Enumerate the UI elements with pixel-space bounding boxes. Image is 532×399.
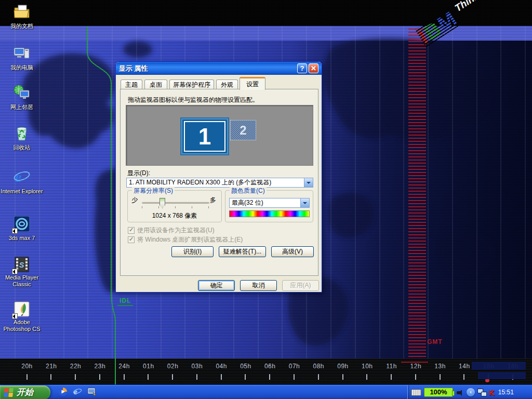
color-quality-select[interactable]: 最高(32 位) [229,198,310,208]
internet-explorer-quicklaunch-icon[interactable]: e [73,387,82,396]
keyboard-layout-icon[interactable] [411,389,421,396]
monitor-2[interactable]: 2 [230,120,256,140]
desktop: GMT IDL 20h21h22h23h24h01h02h03h04h05h06… [0,0,532,399]
advanced-button[interactable]: 高级(V) [271,246,314,257]
desktop-icon-label: Internet Explorer [1,188,43,195]
network-places-icon [13,84,31,102]
display-device-value: 1. ATI MOBILITY RADEON X300 上的 (多个监视器) [127,178,304,187]
troubleshoot-button[interactable]: 疑难解答(T)... [219,246,266,257]
resolution-slider-track[interactable] [142,202,209,204]
primary-monitor-checkbox-row: 使用该设备作为主监视器(U) [128,226,215,235]
night-shade-overlay [291,41,532,358]
tray-clock: 15:51 [498,389,514,396]
hour-tick [342,374,343,380]
identify-button[interactable]: 识别(I) [171,246,214,257]
hide-icons-chevron[interactable]: ‹ [467,388,475,396]
network-status-icon[interactable] [477,389,486,396]
photoshop-icon [13,300,31,318]
3dsmax-icon [13,215,31,233]
monitor-1[interactable]: 1 [181,118,228,154]
primary-monitor-checkbox-label: 使用该设备作为主监视器(U) [137,226,215,235]
desktop-icon-3dsmax[interactable]: 3ds max 7 [0,215,44,242]
battery-indicator[interactable]: 100% [424,388,453,397]
hour-label: 24h [112,363,137,370]
hour-label: 09h [331,363,355,370]
recycle-bin-icon [13,125,31,142]
windows-flag-icon [4,388,14,397]
hour-tick [440,374,441,380]
hour-label: 02h [161,363,185,370]
tab-themes[interactable]: 主题 [121,79,142,89]
watermark-logo [469,361,530,382]
resolution-group-title: 屏幕分辨率(S) [132,187,175,195]
hour-tick [172,374,173,380]
hour-tick [245,374,246,380]
extend-desktop-checkbox-row: 将 Windows 桌面扩展到该监视器上(E) [128,235,243,244]
red-mark-line [401,362,428,363]
tab-desktop[interactable]: 桌面 [144,79,167,89]
desktop-icon-recycle-bin[interactable]: 回收站 [0,125,44,152]
desktop-icon-my-documents[interactable]: 我的文档 [0,3,44,30]
hour-tick [415,374,416,380]
chevron-down-icon[interactable] [300,198,309,207]
chevron-down-icon[interactable] [304,178,313,187]
tab-settings[interactable]: 设置 [240,77,265,90]
media-player-quicklaunch-icon[interactable] [58,387,68,396]
dialog-title: 显示 属性 [119,64,296,73]
desktop-icon-photoshop[interactable]: Adobe Photoshop CS [0,300,44,333]
desktop-icon-my-computer[interactable]: 我的电脑 [0,45,44,72]
desktop-icon-media-player-classic[interactable]: S Media Player Classic [0,256,44,288]
svg-text:e: e [15,169,21,185]
hour-tick [391,374,392,380]
hour-tick [75,374,76,380]
hour-tick [196,374,197,380]
settings-tab-panel: 拖动监视器图标以便与监视器的物理设置匹配。 1 2 显示(D): 1. ATI … [120,89,318,276]
close-button[interactable]: ✕ [309,63,318,73]
resolution-slider-ticks [142,206,209,208]
cancel-button[interactable]: 取消 [240,280,277,291]
hour-tick [294,374,295,380]
power-plug-icon[interactable] [456,388,464,396]
ok-button[interactable]: 确定 [198,280,235,291]
shortcut-arrow-icon [12,313,18,319]
internet-explorer-icon: e [13,168,31,186]
hour-label: 05h [233,363,258,370]
primary-monitor-checkbox [128,227,135,234]
start-button[interactable]: 开始 [0,385,50,399]
antivirus-icon[interactable]: K [489,388,495,397]
desktop-icon-label: 3ds max 7 [9,235,35,242]
idl-label: IDL [117,297,133,306]
desktop-icon-network-places[interactable]: 网上邻居 [0,84,44,111]
help-button[interactable]: ? [297,63,307,73]
monitor-arrangement-area: 1 2 [126,105,313,166]
hour-tick [50,374,51,380]
hour-band-labels: 20h21h22h23h24h01h02h03h04h05h06h07h08h0… [0,358,532,384]
hour-label: 22h [63,363,88,370]
hour-label: 06h [258,363,282,370]
hour-label: 21h [39,363,63,370]
taskbar: 开始 e [0,384,532,399]
hour-label: 11h [379,363,404,370]
hour-label: 12h [404,363,428,370]
desktop-icon-label: 回收站 [14,144,31,151]
resolution-less-label: 少 [131,196,138,205]
hour-tick [124,374,125,380]
hour-tick [269,374,270,380]
system-tray: 100% ‹ K 15:51 [407,385,532,399]
hour-label: 10h [355,363,379,370]
resolution-more-label: 多 [210,196,216,205]
desktop-icon-internet-explorer[interactable]: e Internet Explorer [0,168,44,195]
extend-desktop-checkbox [128,236,135,243]
tab-appearance[interactable]: 外观 [216,79,238,89]
tab-screensaver[interactable]: 屏幕保护程序 [169,79,214,89]
hour-label: 13h [428,363,453,370]
desktop-icon-label: 网上邻居 [10,104,33,111]
dialog-titlebar[interactable]: 显示 属性 ? ✕ [116,62,322,75]
display-properties-dialog: 显示 属性 ? ✕ 主题 桌面 屏幕保护程序 外观 设置 拖动监视器图标以便与监… [115,61,322,292]
monitor-1-frame [184,121,225,152]
hour-tick [366,374,367,380]
show-desktop-quicklaunch-icon[interactable] [87,387,97,396]
instruction-text: 拖动监视器图标以便与监视器的物理设置匹配。 [128,96,259,104]
display-label: 显示(D): [127,169,150,178]
media-player-classic-icon: S [13,256,31,273]
